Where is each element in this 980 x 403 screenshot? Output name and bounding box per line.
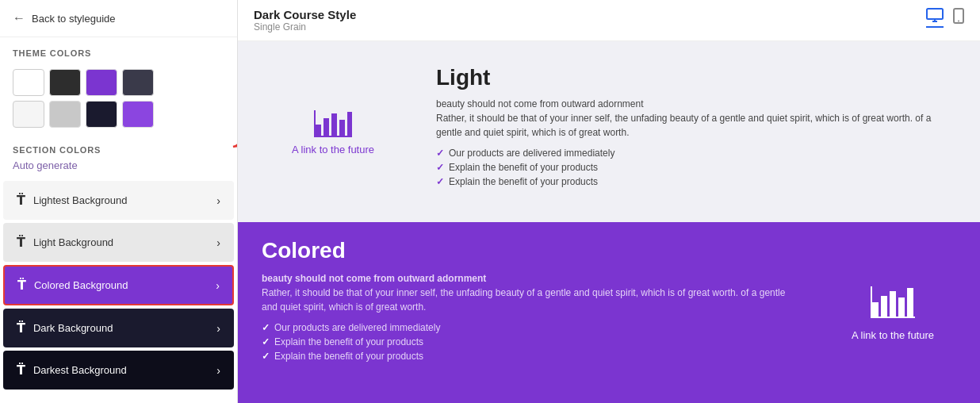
light-list-item-2-text: Explain the benefit of your products (449, 162, 598, 173)
svg-rect-7 (323, 118, 329, 136)
section-colors-label: SECTION COLORS (13, 145, 101, 155)
chevron-right-icon-4: › (216, 322, 220, 335)
text-format-icon-3: T̈ (17, 278, 26, 293)
text-format-icon: T̈ (17, 193, 25, 208)
section-colors-header: SECTION COLORS (0, 139, 237, 158)
swatch-1[interactable] (49, 69, 81, 96)
swatch-5[interactable] (49, 101, 81, 128)
top-bar-info: Dark Course Style Single Grain (254, 8, 356, 33)
preview-colored-section: Colored beauty should not come from outw… (238, 222, 980, 403)
bar-chart-icon (314, 109, 352, 137)
checkmark-icon-2: ✓ (436, 162, 444, 173)
colored-check-1: ✓ (262, 322, 270, 333)
colored-check-3: ✓ (262, 351, 270, 362)
back-arrow-icon: ← (13, 11, 25, 25)
colored-check-2: ✓ (262, 336, 270, 347)
preview-light-section: A link to the future Light beauty should… (238, 41, 980, 222)
swatch-6[interactable] (86, 101, 117, 128)
svg-rect-10 (347, 112, 352, 136)
back-link-label: Back to styleguide (32, 13, 116, 25)
colored-body: beauty should not come from outward ador… (262, 271, 798, 314)
light-list-item-1: ✓Our products are delivered immediately (436, 148, 956, 159)
preview-light-left: A link to the future (262, 57, 404, 206)
preview-colored-left: Colored beauty should not come from outw… (262, 238, 798, 387)
svg-rect-17 (907, 288, 913, 317)
svg-rect-12 (314, 110, 316, 136)
auto-generate-link[interactable]: Auto generate (0, 158, 237, 179)
svg-rect-11 (314, 136, 352, 137)
svg-rect-9 (339, 120, 345, 136)
mobile-view-icon[interactable] (953, 8, 964, 28)
preview-area: A link to the future Light beauty should… (238, 41, 980, 403)
colored-list-item-1: ✓Our products are delivered immediately (262, 322, 798, 333)
svg-point-5 (958, 21, 959, 22)
darkest-bg-label: Darkest Background (33, 364, 127, 376)
light-list-item-1-text: Our products are delivered immediately (449, 148, 614, 159)
colored-list: ✓Our products are delivered immediately … (262, 322, 798, 362)
svg-rect-19 (871, 286, 872, 317)
chevron-right-icon: › (216, 194, 220, 207)
svg-rect-14 (881, 296, 887, 317)
preview-light-right: Light beauty should not come from outwar… (436, 57, 956, 206)
light-list-item-3-text: Explain the benefit of your products (449, 176, 598, 187)
light-heading: Light (436, 65, 956, 90)
dark-bg-label: Dark Background (33, 322, 113, 334)
light-body: beauty should not come from outward ador… (436, 97, 956, 140)
svg-rect-15 (890, 291, 896, 317)
chevron-right-icon-5: › (216, 364, 220, 377)
colored-list-item-3-text: Explain the benefit of your products (274, 351, 423, 362)
red-arrow-icon (229, 135, 238, 159)
theme-colors-grid (0, 63, 237, 139)
main-content: Dark Course Style Single Grain (238, 0, 980, 403)
colored-list-item-2: ✓Explain the benefit of your products (262, 336, 798, 347)
theme-colors-label: THEME COLORS (0, 37, 237, 63)
chevron-right-icon-2: › (216, 236, 220, 249)
light-bg-label: Light Background (33, 236, 113, 248)
colored-heading: Colored (262, 238, 798, 263)
preview-colored-right: A link to the future (829, 238, 956, 387)
sidebar: ← Back to styleguide THEME COLORS SECTIO… (0, 0, 238, 403)
section-item-light[interactable]: T̈ Light Background › (3, 223, 234, 262)
colored-list-item-1-text: Our products are delivered immediately (274, 322, 440, 333)
svg-rect-8 (331, 113, 337, 136)
chevron-right-icon-3: › (216, 279, 220, 292)
light-link-text: A link to the future (292, 144, 374, 155)
checkmark-icon-3: ✓ (436, 176, 444, 187)
swatch-2[interactable] (86, 69, 117, 96)
text-format-icon-4: T̈ (17, 320, 25, 336)
text-format-icon-2: T̈ (17, 235, 25, 250)
swatch-7[interactable] (122, 101, 154, 128)
page-title: Dark Course Style (254, 8, 356, 21)
light-list-item-3: ✓Explain the benefit of your products (436, 176, 956, 187)
svg-rect-13 (872, 302, 879, 317)
colored-bg-label: Colored Background (34, 279, 128, 291)
view-toggle (926, 8, 964, 28)
section-item-lightest[interactable]: T̈ Lightest Background › (3, 181, 234, 220)
back-link[interactable]: ← Back to styleguide (0, 0, 237, 37)
text-format-icon-5: T̈ (17, 363, 25, 378)
checkmark-icon-1: ✓ (436, 148, 444, 159)
svg-rect-16 (898, 297, 905, 317)
page-subtitle: Single Grain (254, 21, 356, 33)
top-bar: Dark Course Style Single Grain (238, 0, 980, 41)
colored-list-item-2-text: Explain the benefit of your products (274, 336, 423, 347)
section-item-colored[interactable]: T̈ Colored Background › (3, 265, 234, 305)
desktop-view-icon[interactable] (926, 8, 944, 28)
svg-rect-1 (927, 9, 943, 19)
section-item-dark[interactable]: T̈ Dark Background › (3, 309, 234, 347)
svg-rect-18 (871, 317, 915, 318)
svg-rect-6 (316, 125, 321, 136)
colored-list-item-3: ✓Explain the benefit of your products (262, 351, 798, 362)
light-list: ✓Our products are delivered immediately … (436, 148, 956, 187)
colored-link-text: A link to the future (852, 329, 934, 341)
section-item-darkest[interactable]: T̈ Darkest Background › (3, 351, 234, 390)
colored-bar-chart-icon (871, 285, 915, 323)
light-list-item-2: ✓Explain the benefit of your products (436, 162, 956, 173)
swatch-0[interactable] (13, 69, 44, 96)
swatch-3[interactable] (122, 69, 154, 96)
lightest-bg-label: Lightest Background (33, 194, 128, 206)
swatch-4[interactable] (13, 101, 44, 128)
